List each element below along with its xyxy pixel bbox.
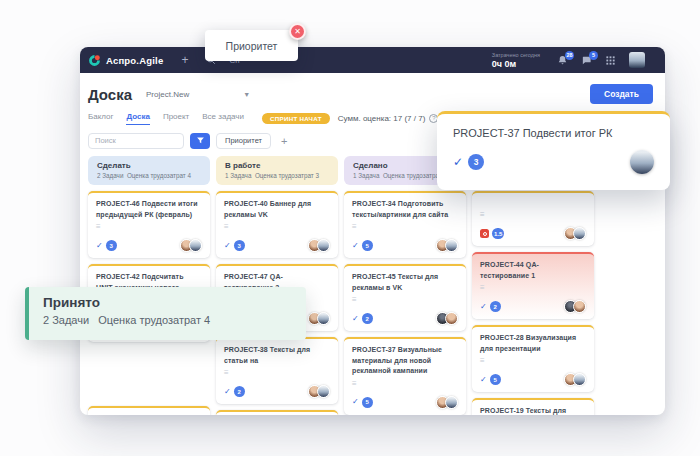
user-avatar[interactable] — [629, 52, 645, 68]
accepted-title: Принято — [43, 295, 292, 310]
task-card[interactable]: PROJECT-28 Визуализация для презентации … — [472, 325, 594, 392]
description-icon: ≡ — [352, 223, 458, 231]
create-button[interactable]: Создать — [590, 84, 653, 104]
column-name: В работе — [225, 161, 329, 170]
assignee-avatars — [440, 396, 458, 409]
assignee-avatars — [312, 312, 330, 325]
kanban-board: Сделать 2 Задачи Оценка трудозатрат 4 PR… — [88, 156, 653, 415]
description-icon: ≡ — [480, 284, 586, 292]
check-icon: ✓ — [224, 388, 231, 396]
board-column-1: В работе 1 Задача Оценка трудозатрат 3 P… — [216, 156, 338, 415]
assignee-avatar — [573, 300, 586, 313]
tab-board[interactable]: Доска — [126, 112, 149, 125]
check-icon: ✓ — [352, 315, 359, 323]
filter-button[interactable] — [190, 133, 210, 149]
assignee-avatars — [568, 373, 586, 386]
task-card-footer: ✓ 2 — [224, 385, 330, 398]
task-card[interactable]: PROJECT-45 Тексты для рекламы в VK ≡ ✓ 2 — [344, 264, 466, 331]
priority-filter-button[interactable]: Приоритет — [216, 133, 271, 149]
estimate-badge: 5 — [362, 397, 373, 408]
assignee-avatar — [630, 150, 654, 174]
task-card-footer: 1.5 — [480, 227, 586, 240]
task-card[interactable]: теории ≡ ✓ 3 — [216, 410, 338, 415]
check-icon: ✓ — [480, 376, 487, 384]
task-title: PROJECT-19 Тексты для рекламы VK — [480, 406, 586, 415]
assignee-avatar — [317, 239, 330, 252]
task-card[interactable]: PROJECT-19 Тексты для рекламы VK ≡ ✓ 5 — [472, 398, 594, 415]
task-card[interactable]: PROJECT-37 Визуальные материалы для ново… — [344, 337, 466, 415]
tab-all-tasks[interactable]: Все задачи — [202, 112, 244, 125]
add-filter-button[interactable]: + — [281, 135, 287, 147]
estimate-badge: 2 — [490, 301, 501, 312]
assignee-avatars — [440, 312, 458, 325]
time-spent-value: 0ч 0м — [492, 59, 540, 69]
column-meta: 1 Задача Оценка трудозатрат 3 — [225, 172, 329, 179]
description-icon: ≡ — [480, 211, 586, 219]
page-background: Аспро.Agile + Сп Затрачено сегодня 0ч 0м… — [0, 0, 700, 456]
task-card[interactable]: PROJECT-34 Подготовить тексты/картинки д… — [344, 191, 466, 258]
priority-tooltip-text: Приоритет — [226, 40, 278, 52]
check-icon: ✓ — [96, 242, 103, 250]
tab-backlog[interactable]: Баклог — [88, 112, 113, 125]
page-header: Доска Project.New ▼ Создать — [88, 83, 653, 105]
description-icon: ≡ — [480, 357, 586, 365]
estimate-badge: 3 — [106, 240, 117, 251]
check-icon: ✓ — [224, 242, 231, 250]
assignee-avatars — [568, 227, 586, 240]
grid-icon — [605, 55, 616, 66]
board-column-3: Принято 2 Задачи Оценка трудозатрат 4 ≡ … — [472, 156, 594, 415]
estimate-badge: 5 — [490, 374, 501, 385]
task-card-footer: ✓ 5 — [352, 396, 458, 409]
task-card-footer: ✓ 5 — [480, 373, 586, 386]
column-header[interactable]: Сделать 2 Задачи Оценка трудозатрат 4 — [88, 156, 210, 185]
task-card[interactable]: PROJECT-40 Баннер для рекламы VK ≡ ✓ 3 — [216, 191, 338, 258]
popup-task-title: PROJECT-37 Подвести итог РК — [453, 127, 654, 139]
board-column-2: Сделано 1 Задача Оценка трудозатрат PROJ… — [344, 156, 466, 415]
task-card-footer: ✓ 3 — [224, 239, 330, 252]
task-card[interactable]: ≡ 1.5 — [472, 191, 594, 246]
task-title: PROJECT-28 Визуализация для презентации — [480, 333, 586, 354]
task-title: PROJECT-44 QA-тестирование 1 — [480, 260, 586, 281]
task-card-footer: ✓ 2 — [352, 312, 458, 325]
task-title: PROJECT-34 Подготовить тексты/картинки д… — [352, 199, 458, 220]
task-card[interactable]: PROJECT-38 Тексты для статьи на ≡ ✓ 2 — [216, 337, 338, 404]
estimate-badge: 2 — [234, 386, 245, 397]
column-header[interactable]: В работе 1 Задача Оценка трудозатрат 3 — [216, 156, 338, 185]
add-icon[interactable]: + — [181, 54, 188, 66]
task-card[interactable]: PROJECT-48 Подвести итоги РК ≡ ✓ 3 — [88, 406, 210, 416]
chevron-down-icon: ▼ — [243, 91, 250, 98]
estimate-badge: 2 — [362, 313, 373, 324]
close-icon[interactable]: ✕ — [289, 23, 306, 40]
app-logo-icon — [88, 54, 101, 67]
task-card-footer: ✓ 2 — [480, 300, 586, 313]
estimate-badge: 5 — [362, 240, 373, 251]
description-icon: ≡ — [224, 369, 330, 377]
top-navbar: Аспро.Agile + Сп Затрачено сегодня 0ч 0м… — [80, 47, 665, 73]
assignee-avatars — [312, 385, 330, 398]
task-card[interactable]: PROJECT-44 QA-тестирование 1 ≡ ✓ 2 — [472, 252, 594, 319]
project-selector[interactable]: Project.New ▼ — [146, 90, 250, 99]
assignee-avatar — [573, 373, 586, 386]
messages-button[interactable]: 5 — [581, 55, 592, 66]
task-card[interactable]: PROJECT-46 Подвести итоги предыдущей РК … — [88, 191, 210, 258]
task-title — [480, 199, 586, 208]
task-card-footer: ✓ 5 — [352, 239, 458, 252]
accepted-meta: 2 Задачи Оценка трудозатрат 4 — [43, 314, 292, 326]
check-icon: ✓ — [453, 155, 463, 169]
description-icon: ≡ — [352, 380, 458, 388]
assignee-avatars — [184, 239, 202, 252]
description-icon: ≡ — [96, 223, 202, 231]
estimate-badge: 3 — [468, 154, 484, 170]
tab-project[interactable]: Проект — [163, 112, 189, 125]
estimate-badge: 1.5 — [492, 228, 504, 239]
column-cards: PROJECT-34 Подготовить тексты/картинки д… — [344, 191, 466, 415]
task-title: PROJECT-37 Визуальные материалы для ново… — [352, 345, 458, 377]
search-input[interactable] — [88, 133, 184, 149]
assignee-avatars — [568, 300, 586, 313]
time-spent-widget: Затрачено сегодня 0ч 0м — [492, 52, 540, 69]
tabs: БаклогДоскаПроектВсе задачи — [88, 112, 244, 125]
notifications-button[interactable]: 28 — [557, 55, 568, 66]
task-popup-card[interactable]: PROJECT-37 Подвести итог РК ✓ 3 — [437, 111, 670, 190]
overdue-icon — [480, 229, 489, 238]
apps-grid-button[interactable] — [605, 55, 616, 66]
